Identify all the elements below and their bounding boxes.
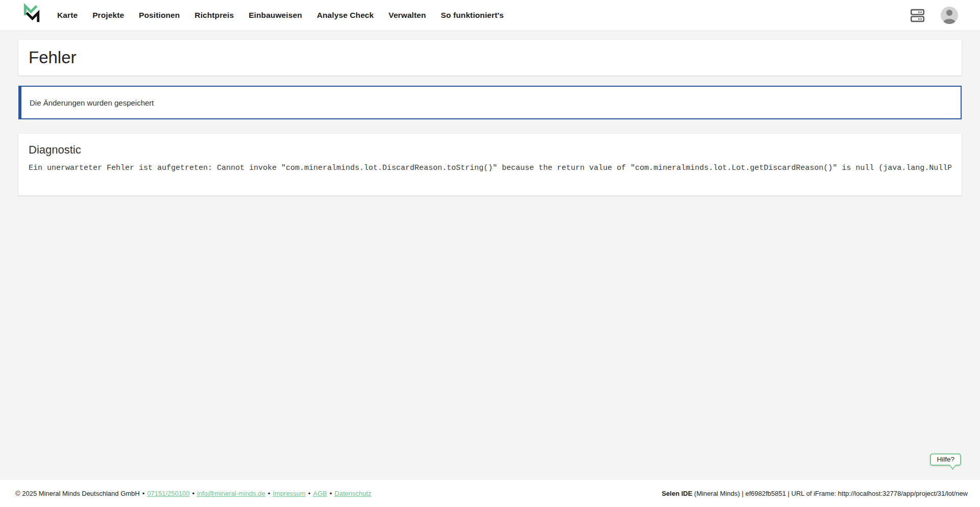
footer-link-agb[interactable]: AGB (313, 490, 327, 497)
server-rack-icon[interactable] (910, 8, 925, 23)
nav-item-richtpreis[interactable]: Richtpreis (194, 11, 234, 20)
nav-item-projekte[interactable]: Projekte (92, 11, 124, 20)
footer-separator: • (268, 490, 271, 497)
page-footer: © 2025 Mineral Minds Deutschland GmbH • … (0, 480, 980, 507)
main-navigation: Karte Projekte Positionen Richtpreis Ein… (57, 11, 504, 20)
diagnostic-heading: Diagnostic (29, 143, 951, 157)
footer-link-datenschutz[interactable]: Datenschutz (334, 490, 371, 497)
footer-link-impressum[interactable]: Impressum (273, 490, 305, 497)
nav-item-so-funktionierts[interactable]: So funktioniert's (441, 11, 504, 20)
save-success-notification: Die Änderungen wurden gespeichert (18, 86, 962, 119)
help-button[interactable]: Hilfe? (930, 453, 961, 466)
navbar-right-controls (910, 7, 958, 24)
page-title: Fehler (29, 48, 77, 67)
nav-item-analyse-check[interactable]: Analyse Check (317, 11, 374, 20)
avatar-body-shape (943, 19, 955, 24)
footer-left: © 2025 Mineral Minds Deutschland GmbH • … (15, 490, 372, 497)
nav-item-positionen[interactable]: Positionen (139, 11, 180, 20)
ide-name: Selen IDE (662, 490, 692, 497)
footer-link-email[interactable]: info@mineral-minds.de (197, 490, 265, 497)
main-content: Fehler Die Änderungen wurden gespeichert… (0, 31, 980, 480)
footer-separator: • (192, 490, 194, 497)
nav-item-verwalten[interactable]: Verwalten (388, 11, 426, 20)
notification-message: Die Änderungen wurden gespeichert (30, 98, 154, 107)
footer-debug-info: Selen IDE (Mineral Minds) | ef6982fb5851… (662, 490, 968, 497)
mineral-minds-logo[interactable] (22, 2, 41, 27)
footer-separator: • (308, 490, 311, 497)
mineral-minds-logo-icon (22, 2, 41, 25)
avatar-head-shape (946, 10, 952, 16)
nav-item-karte[interactable]: Karte (57, 11, 78, 20)
page-title-card: Fehler (18, 40, 962, 75)
diagnostic-error-message: Ein unerwarteter Fehler ist aufgetreten:… (29, 164, 951, 172)
footer-separator: • (142, 490, 145, 497)
user-avatar-icon[interactable] (941, 7, 958, 24)
top-navbar: Karte Projekte Positionen Richtpreis Ein… (0, 0, 980, 31)
footer-link-phone[interactable]: 07151/250100 (147, 490, 189, 497)
help-button-label: Hilfe? (937, 455, 954, 463)
copyright-text: © 2025 Mineral Minds Deutschland GmbH (15, 490, 140, 497)
diagnostic-card: Diagnostic Ein unerwarteter Fehler ist a… (18, 134, 962, 195)
iframe-debug-text: (Mineral Minds) | ef6982fb5851 | URL of … (694, 490, 968, 497)
nav-item-einbauweisen[interactable]: Einbauweisen (249, 11, 302, 20)
footer-separator: • (330, 490, 332, 497)
